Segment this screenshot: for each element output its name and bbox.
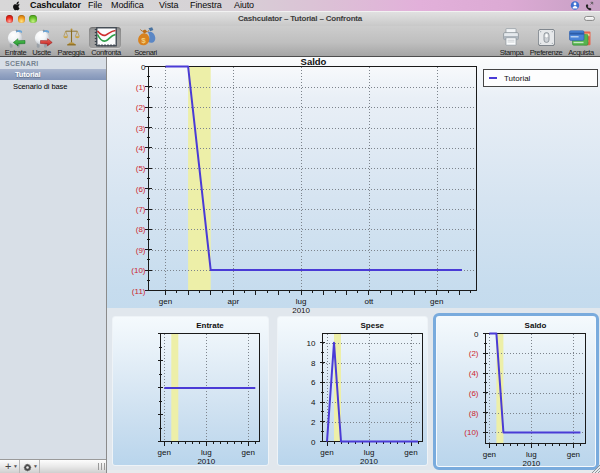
svg-text:(10): (10) — [464, 428, 479, 437]
svg-text:(2): (2) — [136, 103, 146, 112]
svg-text:(9): (9) — [136, 246, 146, 255]
svg-text:(7): (7) — [136, 205, 146, 214]
svg-text:(10): (10) — [131, 266, 146, 275]
svg-text:apr: apr — [228, 297, 240, 306]
svg-text:gen: gen — [242, 448, 255, 457]
svg-text:2010: 2010 — [523, 459, 541, 468]
svg-text:(4): (4) — [136, 144, 146, 153]
svg-text:(6): (6) — [136, 185, 146, 194]
svg-text:2010: 2010 — [292, 306, 310, 315]
svg-text:gen: gen — [430, 297, 443, 306]
svg-text:(2): (2) — [469, 349, 479, 358]
svg-text:(6): (6) — [469, 389, 479, 398]
svg-text:gen: gen — [404, 448, 417, 457]
svg-text:Saldo: Saldo — [525, 321, 547, 330]
svg-text:2010: 2010 — [360, 457, 378, 466]
svg-text:Entrate: Entrate — [196, 321, 224, 330]
svg-text:(5): (5) — [136, 164, 146, 173]
svg-text:(4): (4) — [469, 369, 479, 378]
svg-text:gen: gen — [483, 450, 496, 459]
svg-text:4: 4 — [311, 398, 316, 407]
svg-text:8: 8 — [311, 359, 316, 368]
svg-text:(8): (8) — [469, 409, 479, 418]
svg-text:(1): (1) — [136, 83, 146, 92]
svg-text:0: 0 — [311, 438, 316, 447]
svg-text:gen: gen — [320, 448, 333, 457]
svg-text:6: 6 — [311, 378, 316, 387]
svg-text:(3): (3) — [136, 124, 146, 133]
svg-text:Spese: Spese — [360, 321, 384, 330]
svg-text:lug: lug — [296, 297, 307, 306]
svg-text:Tutorial: Tutorial — [504, 74, 531, 83]
svg-text:10: 10 — [307, 339, 316, 348]
svg-text:ott: ott — [364, 297, 374, 306]
svg-text:0: 0 — [141, 63, 146, 72]
svg-text:gen: gen — [158, 448, 171, 457]
svg-text:0: 0 — [474, 330, 479, 339]
svg-text:lug: lug — [364, 448, 375, 457]
svg-text:Saldo: Saldo — [301, 57, 327, 67]
svg-text:(8): (8) — [136, 225, 146, 234]
svg-text:lug: lug — [526, 450, 537, 459]
svg-text:$: $ — [141, 36, 146, 45]
svg-text:2: 2 — [311, 418, 316, 427]
svg-text:(11): (11) — [132, 287, 146, 296]
svg-text:lug: lug — [201, 448, 212, 457]
svg-text:2010: 2010 — [197, 457, 215, 466]
svg-text:gen: gen — [567, 450, 580, 459]
svg-text:gen: gen — [159, 297, 172, 306]
